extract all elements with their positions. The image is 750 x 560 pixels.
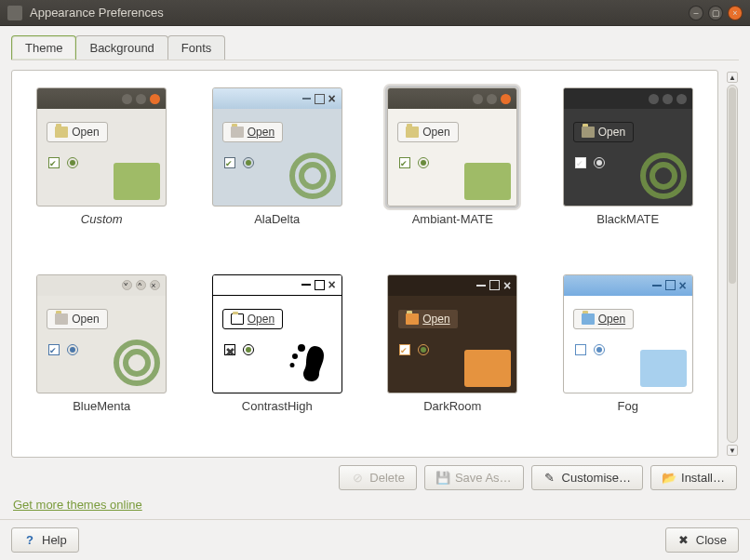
minimize-button[interactable]: – bbox=[689, 6, 703, 20]
window-client: Theme Background Fonts Open Custom bbox=[0, 26, 750, 560]
theme-item-ambiant-mate[interactable]: Open Ambiant-MATE bbox=[383, 87, 522, 254]
theme-item-contrasthigh[interactable]: × Open ✖ ContrastHigh bbox=[208, 274, 347, 441]
thumb-open-label: Open bbox=[422, 313, 449, 326]
scroll-up-button[interactable]: ▲ bbox=[727, 72, 738, 83]
svg-point-1 bbox=[301, 165, 324, 187]
help-icon: ? bbox=[23, 534, 36, 547]
get-more-themes-link[interactable]: Get more themes online bbox=[13, 498, 142, 512]
svg-point-5 bbox=[660, 172, 667, 180]
save-as-button[interactable]: 💾 Save As… bbox=[424, 465, 524, 490]
delete-label: Delete bbox=[369, 471, 405, 485]
thumb-open-label: Open bbox=[598, 313, 625, 326]
folder-open-icon: 📂 bbox=[663, 472, 676, 485]
tabs: Theme Background Fonts bbox=[0, 26, 750, 60]
delete-button[interactable]: ⊘ Delete bbox=[339, 465, 417, 490]
theme-label: Custom bbox=[81, 212, 123, 226]
svg-point-0 bbox=[292, 155, 333, 196]
svg-point-6 bbox=[116, 342, 157, 383]
scroll-down-button[interactable]: ▼ bbox=[727, 445, 738, 456]
close-label: Close bbox=[696, 533, 727, 547]
customise-button[interactable]: ✎ Customise… bbox=[531, 465, 643, 490]
theme-item-custom[interactable]: Open Custom bbox=[33, 87, 171, 254]
install-button[interactable]: 📂 Install… bbox=[650, 465, 737, 490]
theme-thumb: ˅˄× Open bbox=[36, 274, 167, 393]
titlebar: Appearance Preferences – ▢ × bbox=[0, 0, 750, 26]
theme-item-bluementa[interactable]: ˅˄× Open BlueMenta bbox=[33, 274, 171, 441]
theme-gallery: Open Custom × Open bbox=[11, 70, 718, 458]
theme-label: DarkRoom bbox=[423, 399, 481, 413]
tab-fonts[interactable]: Fonts bbox=[167, 35, 226, 60]
close-button[interactable]: ✖ Close bbox=[665, 527, 739, 553]
theme-label: BlackMATE bbox=[596, 212, 659, 226]
dialog-button-bar: ? Help ✖ Close bbox=[0, 519, 750, 560]
install-label: Install… bbox=[681, 471, 725, 485]
thumb-open-label: Open bbox=[598, 126, 625, 139]
thumb-open-label: Open bbox=[422, 126, 449, 139]
window-title: Appearance Preferences bbox=[30, 6, 689, 20]
theme-label: BlueMenta bbox=[73, 399, 130, 413]
maximize-button[interactable]: ▢ bbox=[708, 6, 723, 20]
svg-point-2 bbox=[309, 172, 316, 180]
customise-label: Customise… bbox=[562, 471, 631, 485]
thumb-open-label: Open bbox=[248, 313, 275, 326]
save-icon: 💾 bbox=[436, 472, 449, 485]
theme-label: Ambiant-MATE bbox=[412, 212, 493, 226]
theme-label: ContrastHigh bbox=[242, 399, 313, 413]
theme-item-aladelta[interactable]: × Open AlaDelta bbox=[208, 87, 347, 254]
gnome-foot-icon bbox=[287, 337, 339, 389]
save-as-label: Save As… bbox=[455, 471, 512, 485]
theme-thumb: × Open ✖ bbox=[212, 274, 342, 393]
close-icon: ✖ bbox=[677, 534, 690, 547]
scroll-track[interactable] bbox=[727, 85, 738, 443]
scroll-thumb[interactable] bbox=[729, 87, 736, 284]
tab-page-theme: Open Custom × Open bbox=[11, 60, 739, 513]
theme-thumb: Open bbox=[387, 87, 517, 207]
svg-point-4 bbox=[652, 165, 675, 187]
help-button[interactable]: ? Help bbox=[11, 527, 79, 553]
tab-background[interactable]: Background bbox=[75, 35, 167, 60]
theme-thumb: Open bbox=[563, 87, 693, 207]
thumb-open-label: Open bbox=[248, 126, 275, 139]
no-entry-icon: ⊘ bbox=[351, 472, 364, 485]
theme-actions: ⊘ Delete 💾 Save As… ✎ Customise… 📂 Insta… bbox=[11, 458, 739, 498]
svg-point-8 bbox=[133, 359, 141, 367]
svg-point-3 bbox=[643, 155, 684, 196]
gallery-scrollbar[interactable]: ▲ ▼ bbox=[726, 70, 739, 458]
thumb-open-label: Open bbox=[72, 313, 99, 326]
theme-thumb: × Open bbox=[387, 274, 517, 393]
pencil-icon: ✎ bbox=[543, 472, 556, 485]
theme-item-fog[interactable]: × Open Fog bbox=[559, 274, 698, 441]
close-window-button[interactable]: × bbox=[728, 6, 743, 20]
theme-label: Fog bbox=[618, 399, 638, 413]
help-label: Help bbox=[42, 533, 67, 547]
theme-thumb: × Open bbox=[563, 274, 693, 393]
tab-theme[interactable]: Theme bbox=[11, 35, 76, 60]
thumb-open-label: Open bbox=[72, 126, 99, 139]
app-icon bbox=[7, 6, 22, 20]
theme-item-blackmate[interactable]: Open BlackMATE bbox=[559, 87, 698, 254]
svg-point-7 bbox=[126, 352, 148, 374]
theme-thumb: Open bbox=[36, 87, 167, 207]
theme-thumb: × Open bbox=[212, 87, 342, 207]
theme-item-darkroom[interactable]: × Open DarkRoom bbox=[383, 274, 522, 441]
theme-label: AlaDelta bbox=[254, 212, 300, 226]
